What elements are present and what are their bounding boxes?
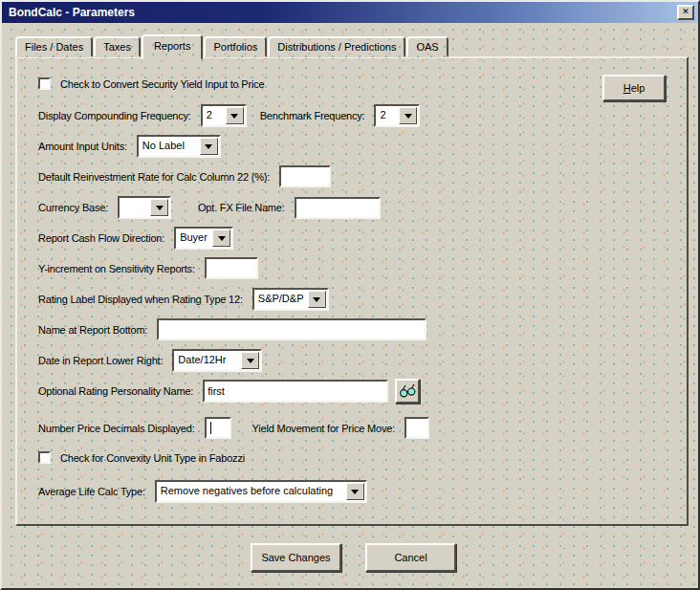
tab-label: Distributions / Predictions <box>277 41 396 53</box>
close-button[interactable]: ✕ <box>677 5 694 20</box>
tab-oas[interactable]: OAS <box>406 36 448 57</box>
tab-label: Files / Dates <box>25 41 83 53</box>
save-changes-button[interactable]: Save Changes <box>251 543 341 572</box>
close-icon: ✕ <box>682 7 689 16</box>
tab-label: Portfolios <box>213 41 257 53</box>
tab-reports[interactable]: Reports <box>142 34 204 60</box>
tab-portfolios[interactable]: Portfolios <box>204 36 267 57</box>
tab-distributions-predictions[interactable]: Distributions / Predictions <box>268 36 405 57</box>
cancel-button[interactable]: Cancel <box>365 543 456 572</box>
tab-taxes[interactable]: Taxes <box>94 36 141 57</box>
reports-tab-page <box>15 56 689 526</box>
tab-label: Reports <box>154 40 191 52</box>
tab-label: OAS <box>416 41 438 53</box>
tab-label: Taxes <box>103 41 131 53</box>
dialog-window: BondCalc - Parameters ✕ Files / Dates Ta… <box>0 0 700 590</box>
title-bar[interactable]: BondCalc - Parameters ✕ <box>2 2 698 23</box>
window-title: BondCalc - Parameters <box>9 6 135 19</box>
tab-files-dates[interactable]: Files / Dates <box>15 36 93 57</box>
tab-strip: Files / Dates Taxes Reports Portfolios D… <box>15 36 449 57</box>
